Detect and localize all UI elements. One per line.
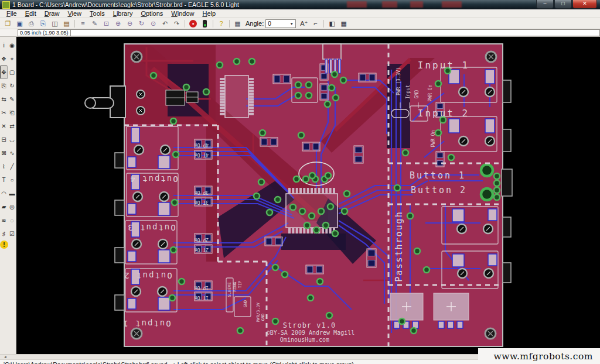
run-ulp-icon[interactable]: ≡ (77, 19, 88, 29)
split-window-icon[interactable]: ◧ (326, 19, 338, 29)
move-tool-icon[interactable]: ✥ (0, 66, 8, 79)
board-label: Output 4 (129, 174, 178, 184)
polygon-tool-icon[interactable]: ▰ (0, 200, 8, 214)
status-message: 'C:\Users\Andrew\Documents\eagle\Strobr\… (4, 361, 169, 364)
zoom-out-icon[interactable]: ⊖ (124, 19, 135, 29)
text-tool-icon[interactable]: T (0, 173, 8, 187)
status-hint: ♦ Left-click to select object to move (C… (172, 361, 354, 364)
rect-tool-icon[interactable]: ▬ (8, 187, 16, 200)
board-label: PWR/3.3V (256, 302, 261, 322)
optimize-tool-icon[interactable]: ◡ (8, 133, 16, 146)
route-tool-icon[interactable]: ∿ (8, 146, 16, 160)
change-tool-icon[interactable]: ✎ (8, 92, 16, 106)
command-palette: i◉❖⌖✥▢⎘↻⇆✎✂⎗✕⇄⊟◡⊠∿⌇╱T○◠▬▰◎≋◌♯☑! (0, 37, 16, 354)
toolbar-separator (213, 20, 213, 28)
delete-tool-icon[interactable]: ✕ (0, 119, 8, 133)
go-icon[interactable] (199, 19, 210, 29)
board-label: PWR (3.3V) (396, 67, 401, 95)
eagle-app-icon (2, 1, 10, 9)
cam-processor-icon[interactable]: ⎘ (38, 19, 49, 29)
board-label: 2P On (195, 237, 209, 242)
menu-item-view[interactable]: View (63, 9, 86, 18)
board-label: 4T On (195, 152, 209, 157)
via-tool-icon[interactable]: ◎ (8, 200, 16, 214)
group-tool-icon[interactable]: ▢ (8, 66, 16, 79)
signal-tool-icon[interactable]: ≋ (0, 214, 8, 227)
grid-icon[interactable]: ▦ (232, 19, 243, 29)
angle-dropdown[interactable]: 0▼ (265, 19, 296, 28)
board-label: 4P On (195, 142, 209, 147)
zoom-redraw-icon[interactable]: ↻ (136, 19, 147, 29)
menu-item-edit[interactable]: Edit (21, 9, 40, 18)
wire-tool-icon[interactable]: ╱ (8, 160, 16, 173)
print-icon[interactable]: ⎙ (26, 19, 37, 29)
window-layout-icon[interactable]: ▦ (338, 19, 349, 29)
zoom-select-icon[interactable]: ⊙ (148, 19, 159, 29)
board-label: GND (261, 314, 265, 321)
wallpaper-artifact (347, 1, 367, 8)
board-label: PWR On (428, 84, 433, 101)
help-icon[interactable]: ? (216, 19, 227, 29)
toolbar-separator (323, 20, 324, 28)
menu-item-file[interactable]: File (2, 9, 21, 18)
smash-tool-icon[interactable]: ⊟ (0, 133, 8, 146)
window-controls: – □ ✕ (536, 0, 597, 9)
use-library-icon[interactable]: ▤ (61, 19, 72, 29)
board-label: PWR On (431, 130, 436, 147)
angle-label: Angle: (246, 20, 264, 27)
errors-tool-icon[interactable]: ! (0, 241, 8, 249)
board-label: Output 1 (122, 319, 171, 328)
board-label: Input 1 (418, 60, 469, 71)
title-bar: 1 Board - C:\Users\Andrew\Documents\eagl… (0, 0, 600, 9)
window-title: 1 Board - C:\Users\Andrew\Documents\eagl… (12, 1, 239, 8)
hole-tool-icon[interactable]: ◌ (8, 214, 16, 227)
save-icon[interactable]: ▣ (14, 19, 25, 29)
open-icon[interactable]: ❐ (2, 19, 13, 29)
zoom-in-icon[interactable]: ⊕ (112, 19, 124, 29)
redo-icon[interactable]: ↷ (171, 19, 182, 29)
switch-editor-icon[interactable]: ◫ (49, 19, 60, 29)
mirror-tool-icon[interactable]: ⇆ (0, 92, 8, 106)
angle-control: Angle:0▼ (246, 19, 296, 28)
menu-item-window[interactable]: Window (167, 9, 198, 18)
scroll-left-icon[interactable]: ◄ (0, 355, 7, 359)
lock-tool-icon[interactable]: ⊠ (0, 146, 8, 160)
wire-bend-icon[interactable]: ⌐ (310, 19, 321, 29)
menu-item-library[interactable]: Library (109, 9, 137, 18)
menu-item-help[interactable]: Help (198, 9, 220, 18)
minimize-button[interactable]: – (536, 0, 554, 9)
arc-tool-icon[interactable]: ◠ (0, 187, 8, 200)
info-tool-icon[interactable]: i (0, 39, 8, 52)
wallpaper-artifact (410, 1, 423, 8)
paste-tool-icon[interactable]: ⎗ (8, 106, 16, 119)
show-tool-icon[interactable]: ◉ (8, 39, 16, 52)
menu-item-options[interactable]: Options (137, 9, 167, 18)
add-text-icon[interactable]: A⁺ (298, 19, 309, 29)
pinswap-tool-icon[interactable]: ⇄ (8, 119, 16, 133)
ripup-tool-icon[interactable]: ⌇ (0, 160, 8, 173)
board-label: 1T On (195, 295, 209, 300)
script-icon[interactable]: ✎ (89, 19, 100, 29)
undo-icon[interactable]: ↶ (159, 19, 171, 29)
board-label: ©BY-SA 2009 Andrew Magill (267, 329, 355, 336)
menu-item-tools[interactable]: Tools (86, 9, 109, 18)
zoom-fit-icon[interactable]: ⊡ (101, 19, 112, 29)
menu-item-draw[interactable]: Draw (40, 9, 64, 18)
command-line-input[interactable] (71, 29, 600, 36)
display-tool-icon[interactable]: ❖ (0, 52, 8, 66)
maximize-button[interactable]: □ (554, 0, 572, 9)
drc-tool-icon[interactable]: ☑ (8, 227, 16, 241)
board-label: Input 2 (418, 108, 469, 119)
ratsnest-tool-icon[interactable]: ♯ (0, 227, 8, 241)
mark-tool-icon[interactable]: ⌖ (8, 52, 16, 66)
circle-tool-icon[interactable]: ○ (8, 173, 16, 187)
board-label: GND (243, 300, 248, 308)
close-button[interactable]: ✕ (572, 0, 597, 9)
rotate-tool-icon[interactable]: ↻ (8, 79, 16, 92)
action-toolbar: ❐▣⎙⎘◫▤≡✎⊡⊕⊖↻⊙↶↷■?▦Angle:0▼A⁺⌐◧▦ (0, 18, 600, 29)
board-canvas[interactable]: Input 1Input 2Button 1Button 2Passthroug… (16, 37, 600, 354)
cut-tool-icon[interactable]: ✂ (0, 106, 8, 119)
board-label: Passthrough (394, 211, 404, 281)
stop-icon[interactable]: ■ (188, 19, 199, 29)
copy-tool-icon[interactable]: ⎘ (0, 79, 8, 92)
